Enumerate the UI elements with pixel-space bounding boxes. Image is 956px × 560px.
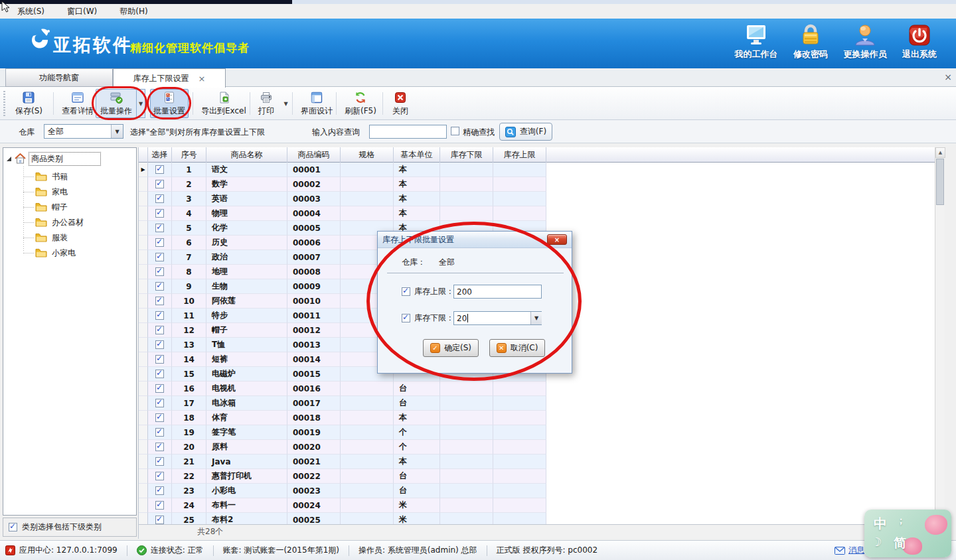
row-checkbox[interactable] — [155, 340, 164, 349]
tree-expander-icon[interactable] — [6, 156, 12, 162]
lower-limit-dropdown-icon[interactable]: ▼ — [530, 312, 542, 324]
upper-limit-checkbox[interactable] — [402, 287, 410, 296]
row-checkbox[interactable] — [155, 297, 164, 305]
row-checkbox[interactable] — [155, 457, 164, 466]
row-checkbox[interactable] — [155, 282, 164, 291]
table-row[interactable]: 23小彩电00023台 — [139, 484, 546, 498]
table-row[interactable]: 18体育00018本 — [139, 411, 546, 425]
cell-lower-limit[interactable] — [440, 411, 493, 425]
row-checkbox[interactable] — [155, 428, 164, 437]
menu-item-window[interactable]: 窗口(W) — [67, 6, 97, 17]
chevron-down-icon[interactable]: ▼ — [111, 125, 123, 138]
cell-lower-limit[interactable] — [440, 498, 493, 513]
cell-upper-limit[interactable] — [493, 206, 546, 221]
row-checkbox[interactable] — [155, 180, 164, 188]
row-checkbox[interactable] — [155, 165, 164, 174]
ime-night-moon-icon[interactable]: ☽ — [871, 535, 882, 549]
exit-system-button[interactable]: 退出系统 — [892, 24, 947, 65]
cell-lower-limit[interactable] — [440, 425, 493, 440]
header-select[interactable]: 选择 — [148, 147, 172, 163]
table-row[interactable]: 24布料一00024米 — [139, 498, 546, 513]
export-excel-button[interactable]: 导出到Excel — [197, 89, 251, 118]
row-checkbox[interactable] — [155, 224, 164, 232]
row-checkbox[interactable] — [155, 384, 164, 393]
ime-mode-chinese[interactable]: 中 — [874, 515, 887, 533]
query-button[interactable]: 查询(F) — [499, 123, 552, 141]
ime-simplified-toggle[interactable]: 简 — [894, 535, 906, 552]
row-checkbox[interactable] — [155, 399, 164, 407]
print-dropdown-icon[interactable]: ▼ — [281, 89, 290, 118]
my-workbench-button[interactable]: 我的工作台 — [729, 24, 783, 65]
table-row[interactable]: 19签字笔00019个 — [139, 425, 546, 440]
cell-upper-limit[interactable] — [493, 440, 546, 455]
header-upper[interactable]: 库存上限 — [493, 147, 546, 163]
row-checkbox[interactable] — [155, 209, 164, 218]
row-checkbox[interactable] — [155, 443, 164, 451]
cell-upper-limit[interactable] — [493, 177, 546, 192]
batch-operation-dropdown-icon[interactable]: ▼ — [137, 89, 145, 118]
row-checkbox[interactable] — [155, 472, 164, 480]
cell-lower-limit[interactable] — [440, 396, 493, 411]
cell-lower-limit[interactable] — [440, 469, 493, 484]
change-password-button[interactable]: 修改密码 — [783, 24, 838, 65]
ime-punct-toggle[interactable]: ； — [896, 515, 906, 527]
cell-lower-limit[interactable] — [440, 163, 493, 177]
cell-upper-limit[interactable] — [493, 498, 546, 513]
menu-item-system[interactable]: 系统(S) — [17, 6, 44, 17]
save-button[interactable]: 保存(S) — [11, 89, 47, 118]
ok-button[interactable]: ✓ 确定(S) — [423, 339, 479, 357]
tree-item-3[interactable]: 办公器材 — [35, 216, 84, 229]
row-checkbox[interactable] — [155, 238, 164, 247]
cell-upper-limit[interactable] — [493, 382, 546, 396]
ime-panel[interactable]: 中 ； ☽ 简 — [864, 510, 951, 557]
batch-operation-button[interactable]: 批量操作 — [96, 89, 137, 118]
status-message-link[interactable]: 消息 — [848, 545, 864, 556]
table-row[interactable]: 22惠普打印机00022台 — [139, 469, 546, 484]
lower-limit-checkbox[interactable] — [402, 314, 410, 322]
tab-stock-limit-setting[interactable]: 库存上下限设置 × — [113, 68, 226, 88]
tab-function-nav[interactable]: 功能导航窗 — [5, 68, 113, 87]
tab-close-icon[interactable]: × — [199, 74, 206, 84]
exact-search-checkbox[interactable] — [451, 127, 459, 135]
cell-upper-limit[interactable] — [493, 455, 546, 469]
search-input[interactable] — [369, 125, 447, 139]
cell-upper-limit[interactable] — [493, 192, 546, 206]
tree-item-4[interactable]: 服装 — [35, 231, 68, 244]
row-checkbox[interactable] — [155, 267, 164, 276]
tree-root-node[interactable]: 商品类别 — [6, 152, 101, 165]
table-row[interactable]: 21Java00021本 — [139, 455, 546, 469]
cell-upper-limit[interactable] — [493, 411, 546, 425]
cell-upper-limit[interactable] — [493, 484, 546, 498]
tree-item-1[interactable]: 家电 — [35, 185, 68, 198]
row-checkbox[interactable] — [155, 370, 164, 378]
refresh-button[interactable]: 刷新(F5) — [340, 89, 381, 118]
status-message[interactable]: 消息 — [835, 545, 864, 556]
cell-lower-limit[interactable] — [440, 455, 493, 469]
cell-lower-limit[interactable] — [440, 484, 493, 498]
row-checkbox[interactable] — [155, 486, 164, 495]
header-spec[interactable]: 规格 — [341, 147, 394, 163]
tree-item-2[interactable]: 帽子 — [35, 200, 68, 214]
cell-upper-limit[interactable] — [493, 469, 546, 484]
dialog-title-bar[interactable]: 库存上下限批量设置 × — [378, 232, 572, 248]
tree-item-0[interactable]: 书籍 — [35, 170, 68, 183]
cell-lower-limit[interactable] — [440, 206, 493, 221]
header-code[interactable]: 商品编码 — [287, 147, 341, 163]
row-checkbox[interactable] — [155, 516, 164, 524]
print-button[interactable]: 打印 — [254, 89, 279, 118]
cell-lower-limit[interactable] — [440, 382, 493, 396]
table-row[interactable]: 20原料00020个 — [139, 440, 546, 455]
batch-setting-button[interactable]: 批量设置 — [150, 89, 189, 118]
cell-upper-limit[interactable] — [493, 425, 546, 440]
cell-lower-limit[interactable] — [440, 440, 493, 455]
scrollbar-thumb[interactable] — [936, 159, 944, 205]
row-checkbox[interactable] — [155, 501, 164, 510]
switch-operator-button[interactable]: 更换操作员 — [838, 24, 892, 65]
cell-upper-limit[interactable] — [493, 396, 546, 411]
close-button[interactable]: 关闭 — [388, 89, 413, 118]
cell-lower-limit[interactable] — [440, 192, 493, 206]
table-row[interactable]: 2数学00002本 — [139, 177, 546, 192]
tree-item-5[interactable]: 小家电 — [35, 246, 76, 259]
table-row[interactable]: 17电冰箱00017台 — [139, 396, 546, 411]
include-subcategory-checkbox[interactable] — [9, 523, 17, 531]
